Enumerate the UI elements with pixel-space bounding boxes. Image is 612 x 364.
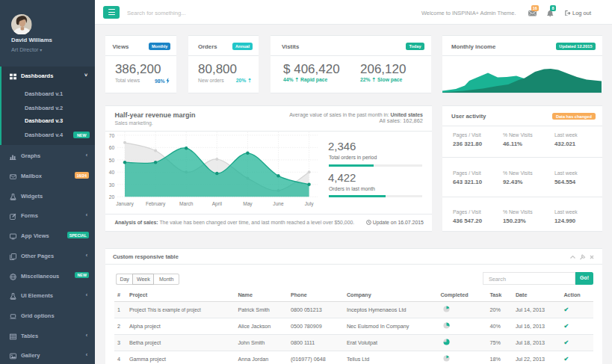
svg-text:50: 50 xyxy=(109,157,115,162)
svg-text:40: 40 xyxy=(109,170,115,175)
svg-text:July: July xyxy=(305,201,314,207)
svg-text:20: 20 xyxy=(109,194,115,200)
svg-text:January: January xyxy=(116,201,134,207)
svg-text:May: May xyxy=(243,201,253,207)
svg-text:June: June xyxy=(273,201,284,206)
svg-text:60: 60 xyxy=(109,145,115,150)
svg-text:April: April xyxy=(212,201,223,207)
svg-text:February: February xyxy=(146,201,166,207)
svg-text:70: 70 xyxy=(109,132,115,138)
svg-text:30: 30 xyxy=(109,182,115,187)
svg-text:March: March xyxy=(179,201,194,206)
